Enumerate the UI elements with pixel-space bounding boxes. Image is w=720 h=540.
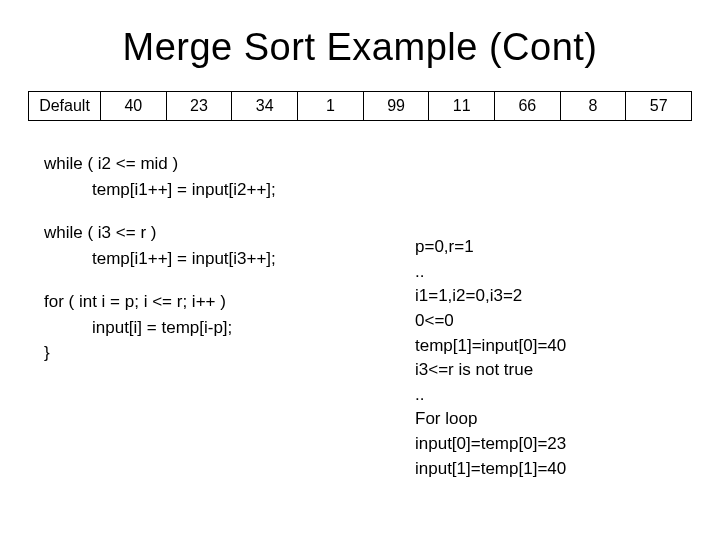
code-block: while ( i2 <= mid ) temp[i1++] = input[i… [44, 151, 696, 366]
code-group: for ( int i = p; i <= r; i++ ) input[i] … [44, 289, 696, 366]
trace-line: p=0,r=1 [415, 235, 566, 260]
code-line: while ( i3 <= r ) [44, 220, 696, 246]
array-cell: 1 [297, 91, 363, 121]
code-line: for ( int i = p; i <= r; i++ ) [44, 289, 696, 315]
array-row: Default 40 23 34 1 99 11 66 8 57 [28, 91, 692, 121]
code-group: while ( i2 <= mid ) temp[i1++] = input[i… [44, 151, 696, 202]
trace-line: For loop [415, 407, 566, 432]
trace-line: .. [415, 260, 566, 285]
code-group: while ( i3 <= r ) temp[i1++] = input[i3+… [44, 220, 696, 271]
array-cell: 57 [625, 91, 692, 121]
array-cell: 34 [231, 91, 297, 121]
code-line: while ( i2 <= mid ) [44, 151, 696, 177]
array-label: Default [28, 91, 100, 121]
trace-line: input[1]=temp[1]=40 [415, 457, 566, 482]
trace-line: i3<=r is not true [415, 358, 566, 383]
code-line: temp[i1++] = input[i2++]; [92, 177, 696, 203]
trace-line: .. [415, 383, 566, 408]
slide: Merge Sort Example (Cont) Default 40 23 … [0, 0, 720, 540]
trace-line: i1=1,i2=0,i3=2 [415, 284, 566, 309]
trace-line: temp[1]=input[0]=40 [415, 334, 566, 359]
array-cell: 66 [494, 91, 560, 121]
array-cell: 23 [166, 91, 232, 121]
trace-line: input[0]=temp[0]=23 [415, 432, 566, 457]
code-line: input[i] = temp[i-p]; [92, 315, 696, 341]
code-line: temp[i1++] = input[i3++]; [92, 246, 696, 272]
array-cell: 99 [363, 91, 429, 121]
page-title: Merge Sort Example (Cont) [24, 26, 696, 69]
array-cell: 8 [560, 91, 626, 121]
array-cell: 40 [100, 91, 166, 121]
code-line: } [44, 340, 696, 366]
array-cell: 11 [428, 91, 494, 121]
trace-block: p=0,r=1 .. i1=1,i2=0,i3=2 0<=0 temp[1]=i… [415, 235, 566, 481]
trace-line: 0<=0 [415, 309, 566, 334]
